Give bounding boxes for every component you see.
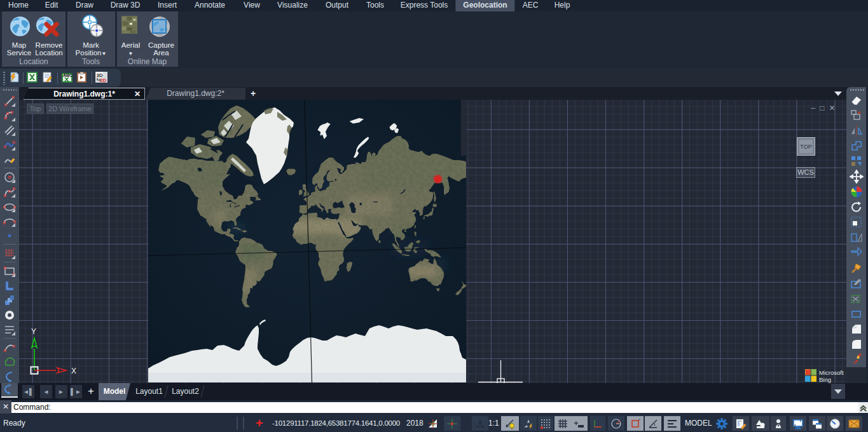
- svg-text:Bing: Bing: [819, 376, 831, 383]
- svg-text:ABC: ABC: [63, 73, 72, 78]
- svg-text:X: X: [71, 367, 76, 375]
- svg-text:Microsoft: Microsoft: [819, 369, 844, 376]
- svg-text:Y: Y: [31, 327, 36, 336]
